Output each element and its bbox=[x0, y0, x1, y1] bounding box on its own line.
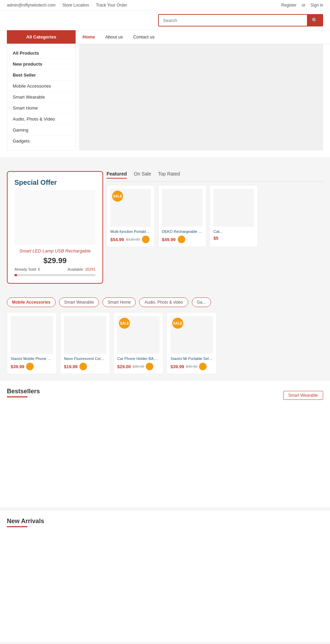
price-current-1: $54.99 bbox=[110, 237, 124, 242]
menu-item-all-products[interactable]: All Products bbox=[7, 48, 75, 59]
new-arrivals-products-area bbox=[7, 532, 323, 635]
already-sold-value: 6 bbox=[38, 267, 40, 271]
cat-tab-wearable[interactable]: Smart Wearable bbox=[59, 297, 99, 307]
nav-link-home[interactable]: Home bbox=[82, 34, 95, 39]
featured-product-price-1: $54.99 $120.00 bbox=[110, 236, 151, 243]
featured-product-card-3: Cat... $5 bbox=[210, 185, 258, 247]
category-products-list: Xiaomi Mobile Phone Coo... $39.99 Neon F… bbox=[7, 312, 323, 374]
cat-add-cart-2[interactable] bbox=[79, 363, 87, 370]
cat-product-price-4: $39.99 $49.99 bbox=[170, 363, 213, 370]
tab-featured[interactable]: Featured bbox=[107, 171, 127, 179]
featured-product-name-1: Multi-function Portable... bbox=[110, 229, 151, 234]
nav-bar: All Categories Home About us Contact us bbox=[0, 30, 330, 44]
top-bar-right: Register or Sign in bbox=[281, 3, 323, 8]
sale-badge-1: SALE bbox=[112, 191, 123, 202]
cat-tab-audio[interactable]: Audio, Photo & video bbox=[139, 297, 188, 307]
sign-in-link[interactable]: Sign in bbox=[310, 3, 323, 8]
available-label: Available: 20291 bbox=[68, 267, 96, 271]
price-current-3: $5 bbox=[213, 236, 218, 241]
nav-link-about[interactable]: About us bbox=[105, 34, 123, 39]
email: admin@niftynekotech.com bbox=[7, 3, 56, 8]
cat-sale-badge-3: SALE bbox=[119, 318, 130, 329]
cat-tab-gadgets[interactable]: Ga... bbox=[192, 297, 211, 307]
cat-product-card-2: Neon Fluorescent Color ... $19.99 bbox=[60, 312, 110, 374]
special-offer-stats: Already Sold: 6 Available: 20291 bbox=[14, 267, 96, 271]
cat-price-current-4: $39.99 bbox=[170, 364, 184, 369]
new-arrivals-underline bbox=[7, 526, 28, 527]
nav-link-contact[interactable]: Contact us bbox=[133, 34, 154, 39]
cat-product-price-3: $29.00 $39.99 bbox=[117, 363, 160, 370]
register-link[interactable]: Register bbox=[281, 3, 297, 8]
hero-banner bbox=[79, 44, 323, 150]
search-bar-wrapper: 🔍 bbox=[0, 11, 330, 30]
dropdown-section: All Products New products Best Seller Mo… bbox=[0, 44, 330, 157]
track-order-link[interactable]: Track Your Order bbox=[96, 3, 127, 8]
menu-item-best-seller[interactable]: Best Seller bbox=[7, 70, 75, 81]
bestseller-products-area bbox=[7, 404, 323, 500]
bestsellers-title-group: Bestsellers bbox=[7, 388, 40, 403]
menu-item-new-products[interactable]: New products bbox=[7, 59, 75, 70]
cat-tab-home[interactable]: Smart Home bbox=[102, 297, 136, 307]
bestsellers-underline bbox=[7, 396, 28, 397]
dropdown-menu: All Products New products Best Seller Mo… bbox=[7, 44, 76, 150]
all-categories-button[interactable]: All Categories bbox=[7, 30, 76, 44]
cat-price-old-3: $39.99 bbox=[133, 364, 144, 369]
add-to-cart-1[interactable] bbox=[142, 236, 150, 243]
new-arrivals-title: New Arrivals bbox=[7, 518, 323, 525]
featured-product-card-2: DEKO Rechargeable Elect... $49.99 bbox=[158, 185, 206, 247]
tab-on-sale[interactable]: On Sale bbox=[134, 171, 151, 179]
cat-product-name-4: Xiaomi Mi Portable Self... bbox=[170, 357, 213, 361]
cat-product-image-3: SALE bbox=[117, 316, 160, 354]
cat-add-cart-1[interactable] bbox=[26, 363, 34, 370]
cat-price-current-1: $39.99 bbox=[11, 364, 24, 369]
bestsellers-header: Bestsellers Smart Wearable bbox=[7, 388, 323, 403]
featured-product-image-3 bbox=[213, 189, 254, 227]
special-offer-card: Special Offer Smart LED Lamp USB Recharg… bbox=[7, 171, 103, 284]
cat-tab-mobile[interactable]: Mobile Accessories bbox=[7, 297, 56, 307]
featured-right: Featured On Sale Top Rated SALE Multi-fu… bbox=[107, 171, 323, 284]
special-offer-price: $29.99 bbox=[14, 256, 96, 265]
featured-product-name-2: DEKO Rechargeable Elect... bbox=[162, 229, 202, 234]
menu-item-smart-home[interactable]: Smart Home bbox=[7, 103, 75, 114]
cat-product-name-1: Xiaomi Mobile Phone Coo... bbox=[11, 357, 53, 361]
special-offer-product-name: Smart LED Lamp USB Rechargable bbox=[14, 248, 96, 253]
search-button[interactable]: 🔍 bbox=[307, 15, 322, 26]
cat-product-image-1 bbox=[11, 316, 53, 354]
cat-product-price-1: $39.99 bbox=[11, 363, 53, 370]
cat-add-cart-3[interactable] bbox=[146, 363, 153, 370]
featured-tabs: Featured On Sale Top Rated bbox=[107, 171, 323, 182]
bestsellers-title: Bestsellers bbox=[7, 388, 40, 395]
featured-product-image-2 bbox=[162, 189, 202, 227]
store-location-link[interactable]: Store Location bbox=[63, 3, 89, 8]
featured-products-list: SALE Multi-function Portable... $54.99 $… bbox=[107, 185, 323, 247]
new-arrivals-title-group: New Arrivals bbox=[7, 518, 323, 527]
featured-product-name-3: Cat... bbox=[213, 229, 254, 234]
cat-product-name-3: Car Phone Holder BASEUS bbox=[117, 357, 160, 361]
menu-item-gaming[interactable]: Gaming bbox=[7, 125, 75, 136]
cat-product-card-3: SALE Car Phone Holder BASEUS $29.00 $39.… bbox=[113, 312, 163, 374]
category-section: Mobile Accessories Smart Wearable Smart … bbox=[0, 291, 330, 381]
price-current-2: $49.99 bbox=[162, 237, 176, 242]
cat-price-current-3: $29.00 bbox=[117, 364, 131, 369]
menu-item-audio-photo-video[interactable]: Audio, Photo & Video bbox=[7, 114, 75, 125]
menu-item-mobile-accessories[interactable]: Mobile Accessories bbox=[7, 81, 75, 92]
special-offer-product-image bbox=[14, 190, 96, 245]
tab-top-rated[interactable]: Top Rated bbox=[158, 171, 180, 179]
add-to-cart-2[interactable] bbox=[178, 236, 185, 243]
featured-section: Special Offer Smart LED Lamp USB Recharg… bbox=[0, 164, 330, 291]
menu-item-smart-wearable[interactable]: Smart Wearable bbox=[7, 92, 75, 103]
new-arrivals-section: New Arrivals bbox=[0, 511, 330, 642]
cat-product-card-1: Xiaomi Mobile Phone Coo... $39.99 bbox=[7, 312, 57, 374]
cat-add-cart-4[interactable] bbox=[199, 363, 207, 370]
cat-price-current-2: $19.99 bbox=[64, 364, 78, 369]
bestsellers-tag[interactable]: Smart Wearable bbox=[283, 391, 323, 400]
menu-item-gadgets[interactable]: Gadgets bbox=[7, 136, 75, 147]
special-offer-title: Special Offer bbox=[14, 179, 96, 187]
category-tabs: Mobile Accessories Smart Wearable Smart … bbox=[7, 297, 323, 307]
top-bar-left: admin@niftynekotech.com Store Location T… bbox=[7, 3, 127, 8]
cat-product-name-2: Neon Fluorescent Color ... bbox=[64, 357, 106, 361]
bestsellers-section: Bestsellers Smart Wearable bbox=[0, 381, 330, 507]
search-input[interactable] bbox=[159, 15, 307, 26]
featured-product-price-3: $5 bbox=[213, 236, 254, 241]
price-old-1: $120.00 bbox=[126, 237, 140, 241]
